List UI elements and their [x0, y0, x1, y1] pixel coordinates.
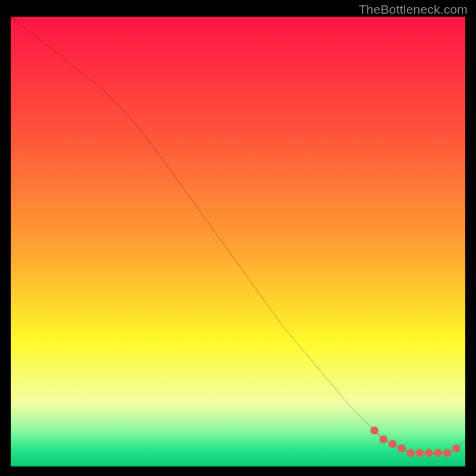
watermark-text: TheBottleneck.com	[359, 2, 468, 17]
plot-frame	[11, 17, 465, 466]
chart-stage: TheBottleneck.com	[0, 0, 476, 476]
gradient-background	[11, 17, 465, 466]
plot-svg	[11, 17, 465, 466]
